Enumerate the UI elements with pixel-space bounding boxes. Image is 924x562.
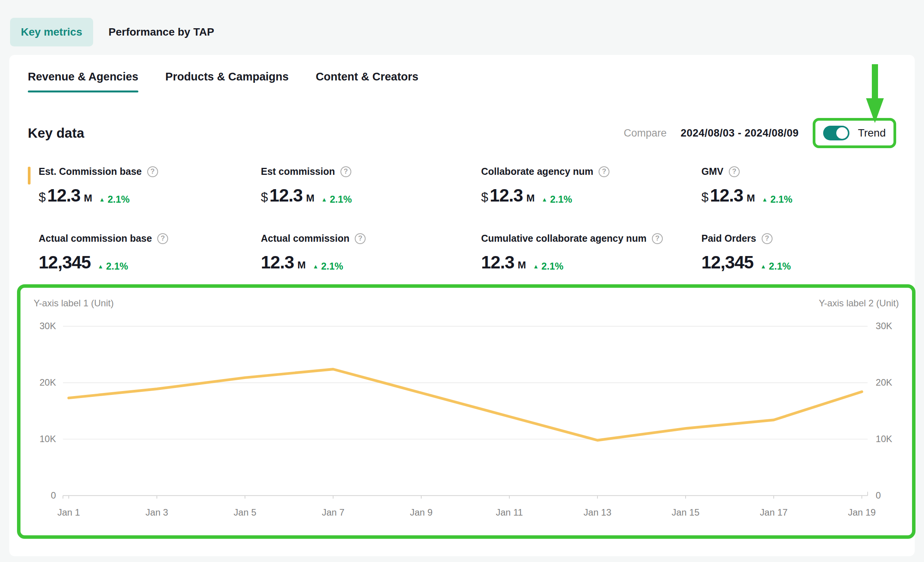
up-arrow-icon: ▲ — [761, 263, 766, 269]
tab-content-creators[interactable]: Content & Creators — [316, 70, 419, 92]
svg-text:10K: 10K — [39, 434, 56, 444]
metric-label: Est commission — [261, 166, 335, 177]
metric-change-badge: ▲ 2.1% — [762, 194, 793, 205]
metric-unit: M — [518, 259, 526, 271]
up-arrow-icon: ▲ — [99, 196, 105, 202]
currency-symbol: $ — [701, 190, 708, 205]
page-title: Key data — [28, 125, 84, 141]
svg-text:Jan 19: Jan 19 — [848, 507, 876, 518]
trend-toggle[interactable] — [823, 126, 849, 140]
metric-card: Est. Commission base ? $ 12.3 M ▲ 2.1% — [28, 166, 250, 206]
annotation-arrow — [866, 64, 884, 123]
metric-label: Actual commission — [261, 233, 349, 244]
metric-change-badge: ▲ 2.1% — [313, 261, 343, 272]
metric-card: GMV ? $ 12.3 M ▲ 2.1% — [691, 166, 896, 206]
metric-label: GMV — [701, 166, 723, 177]
svg-text:Jan 15: Jan 15 — [672, 507, 699, 518]
metric-value: 12.3 — [481, 252, 514, 273]
up-arrow-icon: ▲ — [542, 196, 548, 202]
metric-card: Cumulative collaborate agency num ? 12.3… — [470, 233, 691, 273]
metric-card: Est commission ? $ 12.3 M ▲ 2.1% — [250, 166, 470, 206]
metric-change-value: 2.1% — [770, 194, 792, 205]
tab-performance-by-tap[interactable]: Performance by TAP — [109, 26, 214, 38]
metric-value: 12.3 — [269, 185, 303, 206]
metrics-grid: Est. Commission base ? $ 12.3 M ▲ 2.1% E — [28, 166, 896, 273]
metric-value: 12.3 — [261, 252, 294, 273]
compare-button[interactable]: Compare — [624, 127, 667, 139]
metric-card: Paid Orders ? 12,345 ▲ 2.1% — [691, 233, 896, 273]
svg-text:Jan 13: Jan 13 — [584, 507, 611, 518]
up-arrow-icon: ▲ — [313, 263, 318, 269]
metric-change-badge: ▲ 2.1% — [99, 194, 130, 205]
metric-value: 12,345 — [39, 252, 91, 273]
metric-change-badge: ▲ 2.1% — [533, 261, 563, 272]
svg-text:20K: 20K — [876, 378, 892, 388]
dashboard-screen: Key metrics Performance by TAP Revenue &… — [0, 0, 924, 562]
toggle-knob — [836, 127, 848, 139]
header-controls: Compare 2024/08/03 - 2024/08/09 Trend — [624, 118, 896, 148]
currency-symbol: $ — [261, 190, 268, 205]
metric-card: Actual commission base ? 12,345 ▲ 2.1% — [28, 233, 250, 273]
key-metrics-card: Revenue & Agencies Products & Campaigns … — [9, 55, 915, 556]
up-arrow-icon: ▲ — [98, 263, 104, 269]
tab-key-metrics[interactable]: Key metrics — [10, 18, 93, 46]
annotation-chart-frame: Y-axis label 1 (Unit) Y-axis label 2 (Un… — [17, 284, 915, 539]
metric-label: Est. Commission base — [39, 166, 142, 177]
help-icon[interactable]: ? — [762, 233, 773, 244]
help-icon[interactable]: ? — [729, 166, 740, 177]
card-tab-bar: Revenue & Agencies Products & Campaigns … — [28, 70, 896, 92]
metric-change-badge: ▲ 2.1% — [322, 194, 352, 205]
help-icon[interactable]: ? — [157, 233, 168, 244]
svg-text:Jan 5: Jan 5 — [234, 507, 257, 518]
svg-text:Jan 7: Jan 7 — [322, 507, 345, 518]
metric-unit: M — [84, 192, 92, 204]
svg-text:30K: 30K — [876, 321, 892, 331]
help-icon[interactable]: ? — [652, 233, 663, 244]
metric-value: 12,345 — [701, 252, 754, 273]
metric-change-value: 2.1% — [321, 261, 343, 272]
trend-chart[interactable]: 0010K10K20K20K30K30KJan 1Jan 3Jan 5Jan 7… — [32, 316, 900, 529]
metric-change-badge: ▲ 2.1% — [761, 261, 791, 272]
up-arrow-icon: ▲ — [762, 196, 768, 202]
svg-text:20K: 20K — [39, 378, 56, 388]
svg-text:30K: 30K — [39, 321, 56, 331]
metric-change-badge: ▲ 2.1% — [542, 194, 572, 205]
metric-change-value: 2.1% — [550, 194, 572, 205]
metric-value: 12.3 — [490, 185, 523, 206]
svg-text:Jan 3: Jan 3 — [146, 507, 168, 518]
help-icon[interactable]: ? — [599, 166, 609, 177]
selected-metric-indicator — [28, 167, 31, 184]
metric-change-value: 2.1% — [330, 194, 352, 205]
svg-text:Jan 11: Jan 11 — [496, 507, 523, 518]
metric-change-value: 2.1% — [541, 261, 563, 272]
metric-unit: M — [526, 192, 535, 204]
metric-change-value: 2.1% — [769, 261, 791, 272]
svg-text:Jan 1: Jan 1 — [58, 507, 80, 518]
up-arrow-icon: ▲ — [322, 196, 327, 202]
metric-value: 12.3 — [710, 185, 743, 206]
metric-change-badge: ▲ 2.1% — [98, 261, 128, 272]
help-icon[interactable]: ? — [340, 166, 351, 177]
metric-unit: M — [747, 192, 755, 204]
up-arrow-icon: ▲ — [533, 263, 539, 269]
metric-label: Cumulative collaborate agency num — [481, 233, 647, 244]
key-data-header: Key data Compare 2024/08/03 - 2024/08/09… — [28, 118, 896, 148]
currency-symbol: $ — [39, 190, 46, 205]
date-range-picker[interactable]: 2024/08/03 - 2024/08/09 — [681, 127, 799, 139]
metric-unit: M — [306, 192, 315, 204]
metric-label: Collaborate agency num — [481, 166, 593, 177]
svg-text:0: 0 — [51, 490, 56, 501]
svg-text:10K: 10K — [876, 434, 892, 444]
help-icon[interactable]: ? — [147, 166, 158, 177]
metric-unit: M — [298, 259, 306, 271]
tab-products-campaigns[interactable]: Products & Campaigns — [165, 70, 289, 92]
svg-text:0: 0 — [876, 490, 881, 501]
metric-value: 12.3 — [47, 185, 80, 206]
trend-toggle-label: Trend — [858, 127, 886, 139]
y-axis-left-title: Y-axis label 1 (Unit) — [34, 298, 114, 309]
tab-revenue-agencies[interactable]: Revenue & Agencies — [28, 70, 138, 92]
metric-card: Collaborate agency num ? $ 12.3 M ▲ 2.1% — [470, 166, 691, 206]
metric-change-value: 2.1% — [106, 261, 128, 272]
svg-text:Jan 17: Jan 17 — [760, 507, 788, 518]
help-icon[interactable]: ? — [355, 233, 366, 244]
